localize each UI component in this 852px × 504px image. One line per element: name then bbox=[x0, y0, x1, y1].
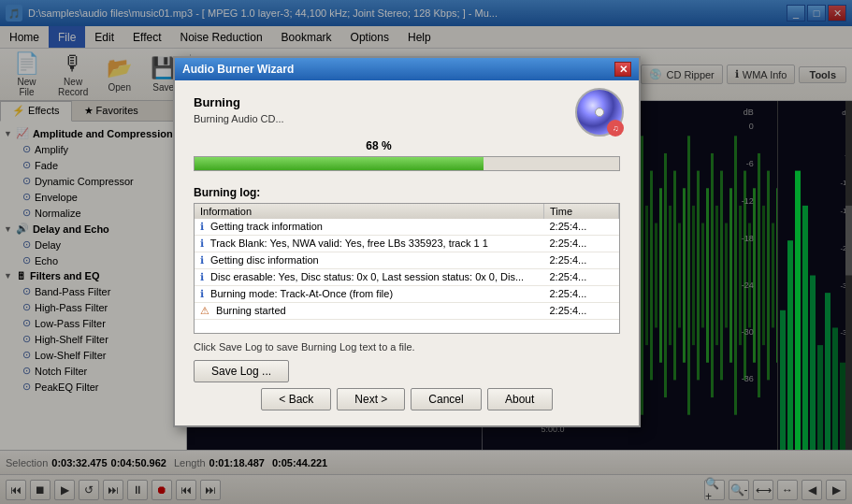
progress-bar-container bbox=[194, 156, 620, 171]
save-log-button[interactable]: Save Log ... bbox=[194, 360, 289, 382]
log-title: Burning log: bbox=[194, 186, 620, 199]
cd-icon-area: ♫ bbox=[575, 88, 624, 137]
log-info-icon-1: ℹ bbox=[200, 221, 204, 232]
log-info-text-5: Burning mode: Track-At-Once (from file) bbox=[210, 288, 393, 299]
dialog-nav-buttons: < Back Next > Cancel About bbox=[194, 388, 620, 410]
log-time-1: 2:25:4... bbox=[544, 219, 619, 236]
dialog-subtitle: Burning Audio CD... bbox=[194, 113, 620, 124]
log-info-text-6: Burning started bbox=[216, 305, 286, 316]
log-cell-info-6: ⚠ Burning started bbox=[195, 303, 544, 320]
progress-label: 68 % bbox=[194, 139, 620, 152]
save-log-note: Click Save Log to save Burning Log text … bbox=[194, 341, 620, 353]
log-cell-info-1: ℹ Getting track information bbox=[195, 219, 544, 236]
about-button[interactable]: About bbox=[487, 388, 553, 410]
log-time-6: 2:25:4... bbox=[544, 303, 619, 320]
log-row-6: ⚠ Burning started 2:25:4... bbox=[195, 303, 619, 320]
log-row-3: ℹ Getting disc information 2:25:4... bbox=[195, 252, 619, 269]
log-cell-info-2: ℹ Track Blank: Yes, NWA valid: Yes, free… bbox=[195, 236, 544, 252]
save-log-area: Save Log ... bbox=[194, 360, 620, 382]
log-table-container[interactable]: Information Time ℹ Getting track informa… bbox=[194, 203, 620, 334]
log-row-2: ℹ Track Blank: Yes, NWA valid: Yes, free… bbox=[195, 236, 619, 252]
log-info-icon-3: ℹ bbox=[200, 254, 204, 266]
log-row-4: ℹ Disc erasable: Yes, Disc status: 0x 0,… bbox=[195, 269, 619, 286]
log-info-text-3: Getting disc information bbox=[210, 254, 319, 266]
dialog-section-title: Burning bbox=[194, 95, 620, 109]
log-col-time: Time bbox=[544, 204, 619, 219]
next-button[interactable]: Next > bbox=[337, 388, 405, 410]
log-table: Information Time ℹ Getting track informa… bbox=[195, 204, 619, 320]
log-warn-icon-6: ⚠ bbox=[200, 305, 209, 316]
progress-section: 68 % bbox=[194, 139, 620, 171]
log-info-text-1: Getting track information bbox=[210, 221, 323, 232]
log-info-icon-4: ℹ bbox=[200, 271, 204, 282]
log-time-4: 2:25:4... bbox=[544, 269, 619, 286]
dialog-body: ♫ Burning Burning Audio CD... 68 % Burni… bbox=[175, 80, 639, 425]
log-section: Burning log: Information Time ℹ Getti bbox=[194, 186, 620, 334]
log-info-text-2: Track Blank: Yes, NWA valid: Yes, free L… bbox=[210, 238, 488, 249]
back-button[interactable]: < Back bbox=[261, 388, 331, 410]
log-cell-info-4: ℹ Disc erasable: Yes, Disc status: 0x 0,… bbox=[195, 269, 544, 286]
log-row-5: ℹ Burning mode: Track-At-Once (from file… bbox=[195, 286, 619, 303]
log-cell-info-3: ℹ Getting disc information bbox=[195, 252, 544, 269]
log-info-icon-5: ℹ bbox=[200, 288, 204, 299]
dialog-title-text: Audio Burner Wizard bbox=[182, 63, 294, 76]
cd-badge: ♫ bbox=[607, 120, 624, 137]
log-info-icon-2: ℹ bbox=[200, 238, 204, 249]
log-info-text-4: Disc erasable: Yes, Disc status: 0x 0, L… bbox=[210, 271, 524, 282]
progress-bar-fill bbox=[195, 157, 484, 170]
dialog-title-bar: Audio Burner Wizard ✕ bbox=[175, 58, 639, 80]
cancel-button[interactable]: Cancel bbox=[411, 388, 481, 410]
cd-center bbox=[595, 108, 604, 117]
log-col-info: Information bbox=[195, 204, 544, 219]
cd-icon: ♫ bbox=[575, 88, 624, 137]
dialog-close-btn[interactable]: ✕ bbox=[614, 62, 631, 77]
log-time-5: 2:25:4... bbox=[544, 286, 619, 303]
log-table-body: ℹ Getting track information 2:25:4... ℹ … bbox=[195, 219, 619, 320]
log-time-2: 2:25:4... bbox=[544, 236, 619, 252]
log-table-header: Information Time bbox=[195, 204, 619, 219]
log-time-3: 2:25:4... bbox=[544, 252, 619, 269]
log-row-1: ℹ Getting track information 2:25:4... bbox=[195, 219, 619, 236]
log-cell-info-5: ℹ Burning mode: Track-At-Once (from file… bbox=[195, 286, 544, 303]
audio-burner-dialog: Audio Burner Wizard ✕ ♫ Burning Burning … bbox=[173, 56, 641, 427]
